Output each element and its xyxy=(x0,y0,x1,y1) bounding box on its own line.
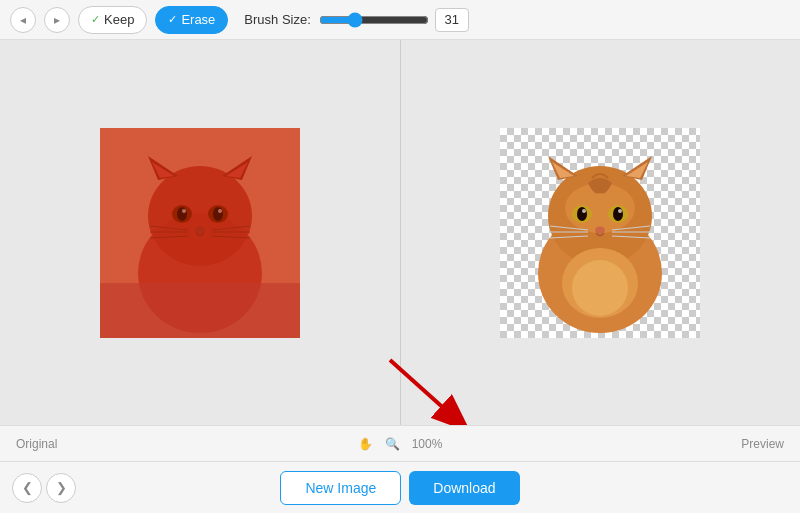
erase-label: Erase xyxy=(181,12,215,27)
next-button[interactable]: ❯ xyxy=(46,473,76,503)
svg-point-36 xyxy=(595,226,605,233)
keep-check-icon: ✓ xyxy=(91,13,100,26)
zoom-icon: 🔍 xyxy=(385,437,400,451)
original-panel[interactable] xyxy=(0,40,401,425)
preview-panel[interactable] xyxy=(401,40,801,425)
brush-size-control xyxy=(319,8,469,32)
svg-point-32 xyxy=(577,207,587,221)
new-image-label: New Image xyxy=(305,480,376,496)
brush-size-input[interactable] xyxy=(435,8,469,32)
erase-check-icon: ✓ xyxy=(168,13,177,26)
erase-tool-button[interactable]: ✓ Erase xyxy=(155,6,228,34)
new-image-button[interactable]: New Image xyxy=(280,471,401,505)
next-icon: ❯ xyxy=(56,480,67,495)
svg-point-35 xyxy=(618,209,622,213)
back-button[interactable]: ◂ xyxy=(10,7,36,33)
original-cat-image xyxy=(100,128,300,338)
brush-size-slider[interactable] xyxy=(319,12,429,28)
nav-arrows: ❮ ❯ xyxy=(12,473,76,503)
prev-button[interactable]: ❮ xyxy=(12,473,42,503)
preview-label: Preview xyxy=(442,437,784,451)
keep-label: Keep xyxy=(104,12,134,27)
svg-point-34 xyxy=(582,209,586,213)
canvas-area xyxy=(0,40,800,425)
status-center: ✋ 🔍 100% xyxy=(358,437,443,451)
brush-size-label: Brush Size: xyxy=(244,12,310,27)
preview-cat-container xyxy=(500,128,700,338)
status-bar: Original ✋ 🔍 100% Preview xyxy=(0,425,800,461)
svg-point-44 xyxy=(572,260,628,316)
forward-button[interactable]: ▸ xyxy=(44,7,70,33)
original-label: Original xyxy=(16,437,358,451)
back-icon: ◂ xyxy=(20,13,26,27)
action-bar: ❮ ❯ New Image Download xyxy=(0,461,800,513)
keep-tool-button[interactable]: ✓ Keep xyxy=(78,6,147,34)
forward-icon: ▸ xyxy=(54,13,60,27)
svg-rect-22 xyxy=(100,283,300,338)
hand-icon: ✋ xyxy=(358,437,373,451)
svg-point-33 xyxy=(613,207,623,221)
download-label: Download xyxy=(433,480,495,496)
preview-cat-image xyxy=(500,128,700,338)
prev-icon: ❮ xyxy=(22,480,33,495)
toolbar: ◂ ▸ ✓ Keep ✓ Erase Brush Size: xyxy=(0,0,800,40)
zoom-level: 100% xyxy=(412,437,443,451)
download-button[interactable]: Download xyxy=(409,471,519,505)
